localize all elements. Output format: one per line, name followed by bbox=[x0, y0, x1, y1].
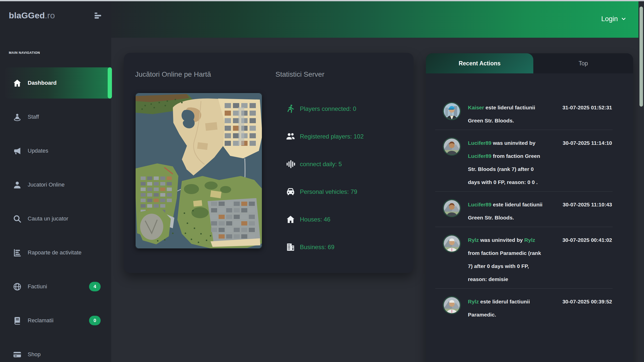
player-link[interactable]: Kaiser bbox=[468, 105, 484, 110]
action-entry: Rylz este liderul factiunii Paramedic.30… bbox=[426, 289, 633, 324]
player-link[interactable]: Rylz bbox=[468, 299, 479, 304]
stat-text: Business: 69 bbox=[300, 244, 334, 251]
action-text-segment: was uninvited by bbox=[491, 140, 535, 146]
action-entry: Kaiser este liderul factiunii Green Str.… bbox=[426, 95, 633, 130]
stat-text: Personal vehicles: 79 bbox=[300, 188, 357, 195]
avatar-image bbox=[442, 234, 461, 253]
top-edge-strip bbox=[0, 0, 644, 1]
avatar-image bbox=[442, 199, 461, 218]
avatar-image bbox=[442, 137, 461, 156]
player-avatar bbox=[442, 296, 461, 315]
stat-row-houses: Houses: 46 bbox=[285, 206, 406, 233]
credit-card-icon bbox=[12, 350, 22, 359]
count-badge: 4 bbox=[89, 282, 101, 291]
sidebar-item-factiuni[interactable]: Factiuni4 bbox=[5, 271, 111, 302]
player-link[interactable]: Lucifer89 bbox=[468, 202, 491, 207]
activity-chart-icon bbox=[12, 248, 22, 257]
action-timestamp: 30-07-2025 00:39:52 bbox=[562, 295, 612, 308]
actions-tabs: Recent ActionsTop bbox=[426, 53, 633, 73]
sidebar-item-shop[interactable]: Shop bbox=[5, 339, 111, 362]
sidebar-item-cauta-un-jucator[interactable]: Cauta un jucator bbox=[5, 203, 111, 234]
brand-name: blaGGed bbox=[9, 11, 45, 20]
tab-top[interactable]: Top bbox=[533, 53, 633, 73]
action-entry: Lucifer89 este liderul factiunii Green S… bbox=[426, 192, 633, 227]
sidebar-item-label: Cauta un jucator bbox=[28, 215, 68, 222]
login-dropdown[interactable]: Login bbox=[601, 0, 626, 38]
map-panel-title: Jucători Online pe Hartă bbox=[135, 70, 211, 78]
action-text-segment: from faction Paramedic (rank 7) after 0 … bbox=[468, 250, 541, 282]
action-entry: Lucifer89 was uninvited by Lucifer89 fro… bbox=[426, 130, 633, 191]
top-header: Login bbox=[111, 0, 644, 38]
gta-sa-map-image bbox=[135, 93, 262, 249]
sidebar-item-label: Reclamatii bbox=[28, 317, 54, 324]
stat-row-personal-vehicles: Personal vehicles: 79 bbox=[285, 178, 406, 206]
page-scrollbar[interactable] bbox=[638, 0, 644, 362]
sidebar-item-label: Updates bbox=[28, 148, 48, 154]
gta-sa-map-svg bbox=[135, 93, 262, 249]
sidebar-section-label: MAIN NAVIGATION bbox=[9, 51, 40, 55]
active-indicator bbox=[108, 67, 112, 99]
avatar-image bbox=[442, 296, 461, 315]
player-avatar bbox=[442, 102, 461, 121]
player-avatar bbox=[442, 234, 461, 253]
waveform-icon bbox=[285, 159, 296, 169]
sidebar-item-label: Jucatori Online bbox=[28, 182, 65, 188]
player-link[interactable]: Lucifer89 bbox=[468, 153, 491, 159]
globe-icon bbox=[12, 282, 22, 291]
sidebar-nav: DashboardStaffUpdatesJucatori OnlineCaut… bbox=[0, 67, 111, 362]
hamburger-icon bbox=[95, 12, 102, 19]
count-badge: 0 bbox=[89, 316, 101, 325]
sidebar-item-dashboard[interactable]: Dashboard bbox=[5, 67, 111, 99]
scrollbar-thumb[interactable] bbox=[639, 7, 643, 107]
player-link[interactable]: Rylz bbox=[468, 237, 479, 243]
stat-text: connect daily: 5 bbox=[300, 161, 342, 168]
building-icon bbox=[285, 242, 296, 252]
brand-logo[interactable]: blaGGed.ro bbox=[9, 11, 55, 20]
action-entry: Rylz was uninvited by Rylz from faction … bbox=[426, 227, 633, 288]
action-timestamp: 30-07-2025 00:41:02 bbox=[562, 234, 612, 247]
book-icon bbox=[12, 316, 22, 325]
search-icon bbox=[12, 214, 22, 223]
server-overview-card: Jucători Online pe Hartă Statistici Serv… bbox=[124, 53, 414, 273]
user-icon bbox=[12, 180, 22, 190]
people-icon bbox=[285, 131, 296, 142]
actions-list: Kaiser este liderul factiunii Green Str.… bbox=[426, 73, 633, 324]
player-avatar bbox=[442, 199, 461, 218]
sidebar-item-jucatori-online[interactable]: Jucatori Online bbox=[5, 169, 111, 200]
action-entry-text: Lucifer89 was uninvited by Lucifer89 fro… bbox=[468, 137, 544, 189]
sidebar: blaGGed.ro MAIN NAVIGATION DashboardStaf… bbox=[0, 0, 111, 362]
sidebar-item-updates[interactable]: Updates bbox=[5, 135, 111, 166]
server-stats-list: Players connected: 0Registered players: … bbox=[285, 95, 406, 261]
action-timestamp: 30-07-2025 11:10:43 bbox=[563, 198, 612, 211]
avatar-image bbox=[442, 102, 461, 121]
sidebar-item-label: Factiuni bbox=[28, 283, 47, 290]
sidebar-item-label: Staff bbox=[28, 114, 39, 120]
sidebar-item-reclamatii[interactable]: Reclamatii0 bbox=[5, 305, 111, 336]
sidebar-item-label: Dashboard bbox=[28, 80, 57, 86]
player-link[interactable]: Lucifer89 bbox=[468, 140, 491, 146]
action-entry-text: Lucifer89 este liderul factiunii Green S… bbox=[468, 198, 544, 224]
action-timestamp: 31-07-2025 01:52:31 bbox=[562, 101, 612, 114]
action-timestamp: 30-07-2025 11:14:10 bbox=[563, 137, 612, 150]
sidebar-item-label: Rapoarte de activitate bbox=[28, 249, 82, 256]
runner-icon bbox=[285, 104, 296, 114]
sidebar-item-label: Shop bbox=[28, 351, 41, 358]
house-icon bbox=[285, 214, 296, 224]
tab-recent-actions[interactable]: Recent Actions bbox=[426, 53, 533, 73]
stat-row-business: Business: 69 bbox=[285, 233, 406, 261]
sidebar-item-staff[interactable]: Staff bbox=[5, 101, 111, 132]
player-avatar bbox=[442, 137, 461, 156]
sidebar-item-rapoarte-de-activitate[interactable]: Rapoarte de activitate bbox=[5, 237, 111, 268]
sidebar-toggle-button[interactable] bbox=[95, 12, 102, 19]
stat-row-registered-players: Registered players: 102 bbox=[285, 123, 406, 150]
megaphone-icon bbox=[12, 146, 22, 156]
recent-actions-card: Recent ActionsTop Kaiser este liderul fa… bbox=[426, 53, 633, 362]
action-entry-text: Kaiser este liderul factiunii Green Str.… bbox=[468, 101, 544, 127]
action-entry-text: Rylz este liderul factiunii Paramedic. bbox=[468, 295, 544, 321]
action-text-segment: was uninvited by bbox=[479, 237, 524, 243]
player-link[interactable]: Rylz bbox=[524, 237, 535, 243]
stat-text: Houses: 46 bbox=[300, 216, 330, 223]
stats-panel-title: Statistici Server bbox=[275, 70, 325, 78]
home-icon bbox=[12, 78, 22, 88]
logo-row: blaGGed.ro bbox=[9, 11, 102, 20]
